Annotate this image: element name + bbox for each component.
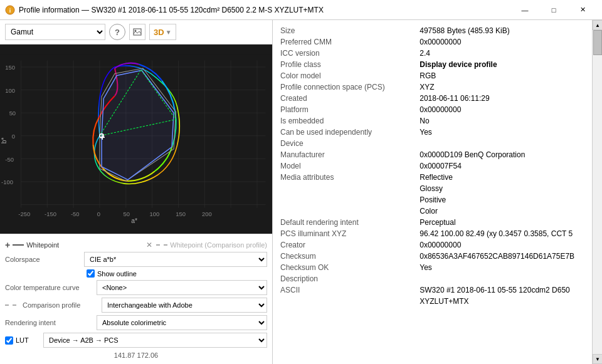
comparison-profile-label: Comparison profile — [23, 301, 98, 309]
controls-area: + Whitepoint ✕ Whitepoint (Comparison pr… — [0, 234, 272, 364]
scrollbar[interactable]: ▲ ▼ — [592, 20, 602, 364]
window-controls: — □ ✕ — [510, 0, 597, 20]
field-value: 0x86536A3AF467652CAB897146D61A75E7B — [417, 251, 584, 262]
whitepoint-label: Whitepoint — [26, 241, 59, 249]
field-label: Can be used independently — [280, 127, 417, 138]
table-row: Device — [280, 138, 584, 149]
field-value: RGB — [417, 70, 584, 81]
toolbar: Gamut ? 3D ▼ — [0, 20, 272, 44]
left-panel: Gamut ? 3D ▼ — [0, 20, 273, 364]
svg-text:150: 150 — [176, 211, 186, 217]
field-value: Perceptual — [417, 217, 584, 228]
field-label: ASCII — [280, 284, 417, 296]
window-title: Profile information — SW320 #1 2018-06-1… — [19, 6, 510, 14]
scroll-up-btn[interactable]: ▲ — [593, 20, 602, 30]
field-label: PCS illuminant XYZ — [280, 228, 417, 239]
scroll-track[interactable] — [593, 30, 602, 354]
scroll-down-btn[interactable]: ▼ — [593, 354, 602, 364]
comparison-profile-row: Comparison profile Interchangeable with … — [5, 298, 267, 313]
table-row: Size497588 Bytes (485.93 KiB) — [280, 25, 584, 36]
whitepoint-line — [13, 244, 24, 246]
table-row: Positive — [280, 194, 584, 205]
field-value: Glossy — [417, 183, 584, 194]
comparison-profile-dropdown[interactable]: Interchangeable with Adobe — [102, 298, 267, 313]
table-row: Description — [280, 273, 584, 284]
field-label: Color model — [280, 70, 417, 81]
table-row: Can be used independentlyYes — [280, 127, 584, 138]
3d-button[interactable]: 3D ▼ — [149, 24, 176, 40]
show-outline-checkbox[interactable] — [87, 269, 95, 278]
field-value: 2018-06-11 06:11:29 — [417, 93, 584, 104]
table-row: Created2018-06-11 06:11:29 — [280, 93, 584, 104]
whitepoint-row: + Whitepoint ✕ Whitepoint (Comparison pr… — [5, 238, 267, 252]
chart-area: 150 100 50 0 -50 -100 -250 -150 -50 0 50… — [0, 44, 272, 234]
minimize-button[interactable]: — — [510, 0, 539, 20]
info-scroll[interactable]: Size497588 Bytes (485.93 KiB)Preferred C… — [273, 20, 592, 364]
show-outline-row: Show outline — [87, 269, 267, 278]
whitepoint-add-btn[interactable]: + — [5, 240, 10, 250]
table-row: Glossy — [280, 183, 584, 194]
field-value: 96.42 100.00 82.49 (xy 0.3457 0.3585, CC… — [417, 228, 584, 239]
table-row: Profile connection space (PCS)XYZ — [280, 81, 584, 93]
field-value: 0x0000D109 BenQ Corporation — [417, 149, 584, 160]
svg-text:-250: -250 — [18, 211, 30, 217]
svg-text:-150: -150 — [45, 211, 56, 217]
right-panel: Size497588 Bytes (485.93 KiB)Preferred C… — [273, 20, 602, 364]
table-row: Model0x00007F54 — [280, 160, 584, 172]
rendering-intent-dropdown[interactable]: Absolute colorimetric — [97, 315, 267, 330]
svg-text:-50: -50 — [71, 211, 80, 217]
field-label: ICC version — [280, 48, 417, 59]
rendering-intent-label: Rendering intent — [5, 319, 93, 326]
svg-text:i: i — [9, 8, 11, 14]
field-label — [280, 194, 417, 205]
field-value: Reflective — [417, 172, 584, 183]
close-button[interactable]: ✕ — [568, 0, 597, 20]
whitepoint-comparison-label: Whitepoint (Comparison profile) — [170, 241, 267, 249]
scroll-thumb[interactable] — [593, 30, 602, 55]
field-label: Profile class — [280, 59, 417, 70]
table-row: Checksum OKYes — [280, 262, 584, 273]
field-value: Color — [417, 205, 584, 217]
rendering-intent-row: Rendering intent Absolute colorimetric — [5, 315, 267, 330]
field-value: 0x00000000 — [417, 104, 584, 115]
svg-text:b*: b* — [1, 137, 8, 143]
color-temp-dropdown[interactable]: <None> — [97, 280, 267, 295]
field-label: Checksum OK — [280, 262, 417, 273]
lut-row: LUT Device → A2B → PCS — [5, 333, 267, 348]
app-icon: i — [5, 5, 15, 15]
gamut-dropdown[interactable]: Gamut — [5, 24, 105, 40]
field-label: Model — [280, 160, 417, 172]
lut-dropdown[interactable]: Device → A2B → PCS — [43, 333, 267, 348]
table-row: Checksum0x86536A3AF467652CAB897146D61A75… — [280, 251, 584, 262]
field-label — [280, 296, 417, 307]
lut-text: LUT — [16, 336, 29, 344]
svg-text:-50: -50 — [5, 156, 14, 163]
main-content: Gamut ? 3D ▼ — [0, 20, 602, 364]
color-temp-label: Color temperature curve — [5, 284, 93, 291]
help-button[interactable]: ? — [109, 24, 125, 40]
maximize-button[interactable]: □ — [539, 0, 568, 20]
field-value — [417, 273, 584, 284]
table-row: ASCIISW320 #1 2018-06-11 05-55 120cdm2 D… — [280, 284, 584, 296]
field-value: XYZLUT+MTX — [417, 296, 584, 307]
svg-text:a*: a* — [131, 217, 137, 224]
field-label: Description — [280, 273, 417, 284]
lut-checkbox-label[interactable]: LUT — [5, 336, 40, 345]
gamut-chart: 150 100 50 0 -50 -100 -250 -150 -50 0 50… — [0, 44, 272, 234]
field-value: Yes — [417, 127, 584, 138]
table-row: Preferred CMM0x00000000 — [280, 36, 584, 48]
info-table: Size497588 Bytes (485.93 KiB)Preferred C… — [280, 25, 584, 307]
lut-checkbox[interactable] — [5, 336, 13, 345]
table-row: Media attributesReflective — [280, 172, 584, 183]
colorspace-dropdown[interactable]: CIE a*b* — [84, 252, 267, 267]
field-label: Preferred CMM — [280, 36, 417, 48]
3d-dropdown-arrow: ▼ — [166, 29, 172, 36]
field-value: XYZ — [417, 81, 584, 93]
field-value: 2.4 — [417, 48, 584, 59]
svg-text:0: 0 — [97, 211, 100, 217]
table-row: Manufacturer0x0000D109 BenQ Corporation — [280, 149, 584, 160]
field-value: SW320 #1 2018-06-11 05-55 120cdm2 D650 — [417, 284, 584, 296]
image-button[interactable] — [129, 24, 145, 40]
show-outline-label[interactable]: Show outline — [87, 269, 137, 278]
comparison-remove-btn[interactable]: ✕ — [146, 241, 152, 249]
